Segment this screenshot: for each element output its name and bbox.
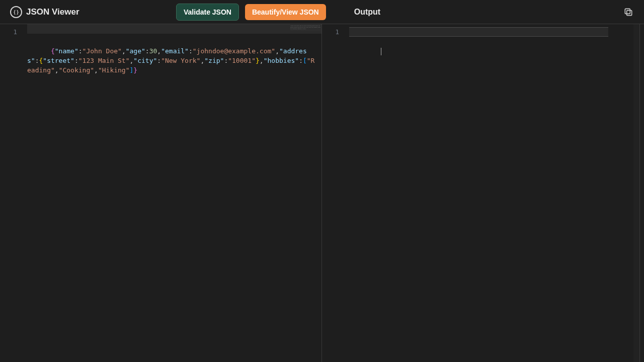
input-code-area[interactable]: {"name":"John Doe","age":30,"email":"joh… xyxy=(27,24,321,362)
app-logo: { } JSON Viewer xyxy=(10,6,151,18)
json-token: , xyxy=(157,47,161,55)
toolbar: Validate JSON Beautify/View JSON xyxy=(176,4,326,21)
input-gutter: 1 xyxy=(0,24,27,362)
json-token: , xyxy=(275,47,279,55)
validate-json-button[interactable]: Validate JSON xyxy=(176,4,239,21)
json-token: "John Doe" xyxy=(83,47,122,55)
json-token: "name" xyxy=(55,47,78,55)
json-token: "New York" xyxy=(161,57,200,64)
json-token: "hobbies" xyxy=(264,57,299,64)
json-token: "zip" xyxy=(204,57,224,64)
output-editor[interactable]: 1 xyxy=(322,24,639,362)
json-token: , xyxy=(94,66,98,74)
json-token: { xyxy=(51,47,55,55)
text-cursor xyxy=(381,48,381,55)
output-heading: Output xyxy=(354,8,380,17)
editor-panes: 1 {"name":"John Doe","age":30,"email":"j… xyxy=(0,24,644,362)
json-token: : xyxy=(145,47,149,55)
json-token: "Cooking" xyxy=(59,66,94,74)
json-token: } xyxy=(256,57,260,64)
app-header: { } JSON Viewer Validate JSON Beautify/V… xyxy=(0,0,644,24)
line-number: 1 xyxy=(325,27,339,37)
json-token: , xyxy=(55,66,59,74)
json-token: "street" xyxy=(43,57,74,64)
json-token: , xyxy=(122,47,126,55)
copy-icon xyxy=(623,7,633,17)
json-token: "email" xyxy=(161,47,189,55)
active-line-highlight xyxy=(27,24,321,34)
beautify-json-button[interactable]: Beautify/View JSON xyxy=(245,4,326,20)
json-logo-icon: { } xyxy=(10,6,22,18)
json-token: : xyxy=(78,47,83,55)
copy-output-button[interactable] xyxy=(623,7,634,18)
output-pane: 1 xyxy=(322,24,640,362)
json-token: : xyxy=(74,57,78,64)
line-number: 1 xyxy=(3,27,17,37)
json-token: "Hiking" xyxy=(98,66,130,74)
svg-rect-0 xyxy=(627,10,632,15)
input-minimap[interactable]: {"name":"John Doe","age":30,"email":"joh… xyxy=(290,25,320,31)
output-gutter: 1 xyxy=(322,24,349,362)
input-pane: 1 {"name":"John Doe","age":30,"email":"j… xyxy=(0,24,322,362)
svg-rect-1 xyxy=(625,9,630,14)
json-token: "city" xyxy=(133,57,157,64)
json-token: : xyxy=(299,57,303,64)
active-line-highlight xyxy=(349,27,608,37)
output-scrollbar[interactable] xyxy=(633,24,639,362)
json-token: "age" xyxy=(126,47,145,55)
app-title: JSON Viewer xyxy=(26,7,79,17)
json-token: } xyxy=(133,66,137,74)
output-code-area[interactable] xyxy=(349,24,639,362)
json-token: "10001" xyxy=(228,57,256,64)
json-token: : xyxy=(189,47,193,55)
json-token: 30 xyxy=(149,47,157,55)
input-editor[interactable]: 1 {"name":"John Doe","age":30,"email":"j… xyxy=(0,24,321,362)
json-token: , xyxy=(260,57,264,64)
json-token: : xyxy=(157,57,161,64)
json-token: "123 Main St" xyxy=(78,57,130,64)
json-token: "johndoe@example.com" xyxy=(193,47,275,55)
json-token: [ xyxy=(303,57,307,64)
